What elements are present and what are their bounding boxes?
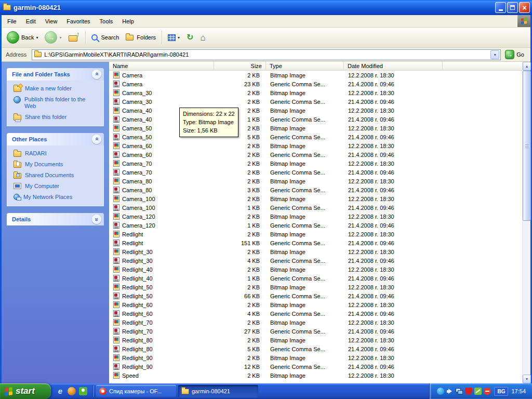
title-bar[interactable]: garmin-080421 × <box>0 0 532 15</box>
file-date: 12.2.2008 r. 18:30 <box>344 302 522 308</box>
column-header-name[interactable]: Name <box>109 62 214 70</box>
file-row[interactable]: Redlight151 KBGeneric Comma Se...21.4.20… <box>109 238 522 247</box>
views-button[interactable]: ▾ <box>165 33 183 43</box>
file-row[interactable]: Redlight_802 KBBitmap Image12.2.2008 r. … <box>109 336 522 344</box>
file-row[interactable]: Camera_502 KBBitmap Image12.2.2008 r. 18… <box>109 124 522 132</box>
back-button[interactable]: ← Back ▾ <box>4 30 41 45</box>
language-indicator[interactable]: BG <box>494 387 508 396</box>
file-row[interactable]: Camera_702 KBGeneric Comma Se...21.4.200… <box>109 168 522 177</box>
chevron-up-icon[interactable]: » <box>92 70 101 79</box>
address-input[interactable]: L:\GPS\GarminMobileXT\KARTI\RADARI\garmi… <box>32 49 501 60</box>
start-button[interactable]: start <box>0 383 51 399</box>
panel-header-other-places[interactable]: Other Places» <box>7 133 104 145</box>
file-row[interactable]: Redlight_602 KBBitmap Image12.2.2008 r. … <box>109 300 522 309</box>
file-row[interactable]: Camera_602 KBBitmap Image12.2.2008 r. 18… <box>109 141 522 150</box>
file-row[interactable]: Redlight_302 KBBitmap Image12.2.2008 r. … <box>109 247 522 256</box>
sidebar-item-my-network-places[interactable]: My Network Places <box>14 194 101 201</box>
file-row[interactable]: Redlight_9012 KBGeneric Comma Se...21.4.… <box>109 362 522 371</box>
scroll-down-button[interactable]: ▼ <box>523 375 531 383</box>
file-name: Redlight_90 <box>122 364 153 370</box>
home-button[interactable]: ⌂ <box>197 32 208 44</box>
close-button[interactable]: × <box>519 2 530 13</box>
panel-header-details[interactable]: Details» <box>7 213 104 225</box>
antivirus-icon[interactable] <box>465 388 472 395</box>
forward-button[interactable]: → ▾ <box>42 30 64 45</box>
sidebar-item-share-this-folder[interactable]: Share this folder <box>14 114 101 121</box>
file-type: Bitmap Image <box>266 231 344 237</box>
column-header-type[interactable]: Type <box>266 62 344 70</box>
file-row[interactable]: Camera_802 KBBitmap Image12.2.2008 r. 18… <box>109 177 522 185</box>
file-row[interactable]: Camera_602 KBGeneric Comma Se...21.4.200… <box>109 150 522 159</box>
sidebar-item-make-a-new-folder[interactable]: Make a new folder <box>14 85 101 92</box>
skype-icon[interactable] <box>437 388 444 395</box>
media-player-icon[interactable] <box>68 387 76 395</box>
folders-button[interactable]: Folders <box>123 33 159 42</box>
menu-item-file[interactable]: File <box>3 16 21 27</box>
file-row[interactable]: Camera_1202 KBBitmap Image12.2.2008 r. 1… <box>109 212 522 221</box>
sidebar-item-my-documents[interactable]: My Documents <box>14 161 101 168</box>
file-row[interactable]: Speed2 KBBitmap Image12.2.2008 r. 18:30 <box>109 371 522 380</box>
panel-header-file-and-folder-tasks[interactable]: File and Folder Tasks» <box>7 68 104 81</box>
file-name: Redlight_40 <box>122 267 153 273</box>
file-row[interactable]: Redlight_604 KBGeneric Comma Se...21.4.2… <box>109 309 522 318</box>
file-row[interactable]: Redlight_502 KBBitmap Image12.2.2008 r. … <box>109 283 522 291</box>
taskbar-task-of[interactable]: Спид камеры - OF... <box>96 385 176 397</box>
messenger-icon[interactable] <box>79 387 87 395</box>
up-button[interactable] <box>65 31 83 44</box>
file-row[interactable]: Camera_302 KBBitmap Image12.2.2008 r. 18… <box>109 88 522 97</box>
file-row[interactable]: Camera23 KBGeneric Comma Se...21.4.2008 … <box>109 79 522 88</box>
sync-button[interactable]: ↻ <box>183 32 196 43</box>
menu-item-help[interactable]: Help <box>117 16 139 27</box>
file-size: 2 KB <box>214 267 266 273</box>
file-row[interactable]: Camera_803 KBGeneric Comma Se...21.4.200… <box>109 185 522 194</box>
sidebar-item-publish-this-folder-to-the-web[interactable]: Publish this folder to the Web <box>14 96 101 110</box>
address-dropdown-button[interactable]: ▾ <box>490 50 499 59</box>
sidebar-item-my-computer[interactable]: My Computer <box>14 183 101 190</box>
menu-item-favorites[interactable]: Favorites <box>62 16 95 27</box>
views-dropdown-icon[interactable]: ▾ <box>178 35 180 40</box>
file-row[interactable]: Camera_1201 KBGeneric Comma Se...21.4.20… <box>109 221 522 230</box>
file-row[interactable]: Redlight_401 KBGeneric Comma Se...21.4.2… <box>109 274 522 283</box>
file-row[interactable]: Redlight_902 KBBitmap Image12.2.2008 r. … <box>109 353 522 362</box>
volume-icon[interactable] <box>446 388 454 395</box>
sidebar-item-shared-documents[interactable]: Shared Documents <box>14 172 101 179</box>
file-row[interactable]: Camera_1001 KBGeneric Comma Se...21.4.20… <box>109 203 522 212</box>
minimize-button[interactable] <box>495 2 506 13</box>
scrollbar[interactable]: ▲ ▼ <box>522 62 530 383</box>
file-name: Camera_60 <box>122 152 152 158</box>
scrollbar-thumb[interactable] <box>523 71 531 221</box>
chevron-down-icon[interactable]: » <box>92 215 101 224</box>
back-dropdown-icon[interactable]: ▾ <box>36 35 38 40</box>
sidebar-item-radari[interactable]: RADARI <box>14 150 101 157</box>
file-row[interactable]: Redlight2 KBBitmap Image12.2.2008 r. 18:… <box>109 230 522 238</box>
file-row[interactable]: Redlight_702 KBBitmap Image12.2.2008 r. … <box>109 318 522 327</box>
menu-item-tools[interactable]: Tools <box>95 16 118 27</box>
file-row[interactable]: Camera_1002 KBBitmap Image12.2.2008 r. 1… <box>109 194 522 203</box>
menu-item-view[interactable]: View <box>41 16 62 27</box>
network-icon[interactable] <box>456 388 463 395</box>
msn-icon[interactable] <box>474 388 482 395</box>
alert-icon[interactable] <box>484 388 491 395</box>
column-header-size[interactable]: Size <box>214 62 266 70</box>
file-row[interactable]: Redlight_805 KBGeneric Comma Se...21.4.2… <box>109 344 522 353</box>
file-row[interactable]: Redlight_5066 KBGeneric Comma Se...21.4.… <box>109 291 522 300</box>
file-row[interactable]: Camera_302 KBGeneric Comma Se...21.4.200… <box>109 97 522 106</box>
maximize-button[interactable] <box>507 2 518 13</box>
column-header-date-modified[interactable]: Date Modified <box>344 62 443 70</box>
ie-icon[interactable] <box>56 387 64 395</box>
chevron-up-icon[interactable]: » <box>92 135 101 144</box>
scroll-up-button[interactable]: ▲ <box>523 62 531 71</box>
search-button[interactable]: Search <box>88 33 123 42</box>
file-row[interactable]: Camera_402 KBBitmap Image12.2.2008 r. 18… <box>109 106 522 115</box>
file-row[interactable]: Camera_702 KBBitmap Image12.2.2008 r. 18… <box>109 159 522 168</box>
file-row[interactable]: Camera2 KBBitmap Image12.2.2008 r. 18:30 <box>109 71 522 79</box>
file-row[interactable]: Camera_505 KBGeneric Comma Se...21.4.200… <box>109 132 522 141</box>
menu-item-edit[interactable]: Edit <box>21 16 41 27</box>
taskbar-task-garmin-080421[interactable]: garmin-080421 <box>178 385 258 397</box>
file-row[interactable]: Camera_401 KBGeneric Comma Se...21.4.200… <box>109 115 522 124</box>
file-row[interactable]: Redlight_402 KBBitmap Image12.2.2008 r. … <box>109 265 522 274</box>
file-type: Generic Comma Se... <box>266 275 344 282</box>
go-button[interactable]: → Go <box>504 50 528 59</box>
file-row[interactable]: Redlight_7027 KBGeneric Comma Se...21.4.… <box>109 327 522 336</box>
file-row[interactable]: Redlight_304 KBGeneric Comma Se...21.4.2… <box>109 256 522 265</box>
